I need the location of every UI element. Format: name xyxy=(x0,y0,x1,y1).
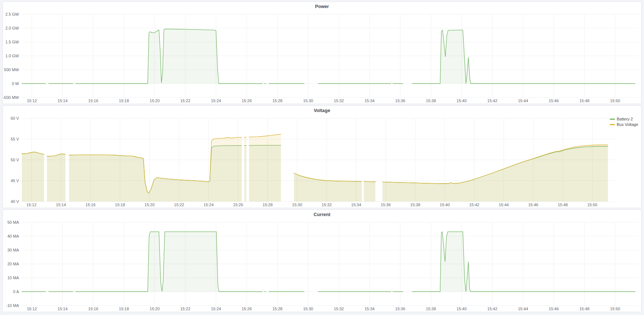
panel-current: Current 50 MA40 MA30 MA20 MA10 MA0 A-10 … xyxy=(3,210,641,312)
x-axis-tick-label: 15:22 xyxy=(174,203,184,207)
x-axis-tick-label: 15:48 xyxy=(579,307,590,311)
y-axis-tick-label: 50 MA xyxy=(7,220,19,224)
x-axis-tick-label: 15:36 xyxy=(395,307,405,311)
panel-title-voltage[interactable]: Voltage xyxy=(3,106,641,115)
series-area xyxy=(22,152,44,201)
voltage-chart[interactable]: 60 V55 V50 V45 V40 V15:1215:1415:1615:18… xyxy=(3,115,641,208)
y-axis-tick-label: 0 W xyxy=(12,81,19,86)
x-axis-tick-label: 15:28 xyxy=(263,203,273,207)
voltage-legend: Battery 2 Bus Voltage xyxy=(610,117,638,127)
panel-title-current[interactable]: Current xyxy=(3,210,641,219)
x-axis-tick-label: 15:22 xyxy=(180,99,191,103)
y-axis-tick-label: 20 MA xyxy=(7,262,19,266)
x-axis-tick-label: 15:30 xyxy=(303,99,313,103)
x-axis-tick-label: 15:46 xyxy=(528,203,538,207)
legend-label-bus-voltage: Bus Voltage xyxy=(617,122,638,127)
x-axis-tick-label: 15:24 xyxy=(211,307,221,311)
y-axis-tick-label: 10 MA xyxy=(7,276,19,280)
x-axis-tick-label: 15:50 xyxy=(610,99,620,103)
x-axis-tick-label: 15:28 xyxy=(272,307,282,311)
x-axis-tick-label: 15:40 xyxy=(457,307,467,311)
y-axis-tick-label: 45 V xyxy=(11,178,19,183)
series-area xyxy=(364,181,375,201)
x-axis-tick-label: 15:44 xyxy=(518,99,528,103)
x-axis-tick-label: 15:12 xyxy=(27,203,37,207)
x-axis-tick-label: 15:46 xyxy=(549,307,559,311)
x-axis-tick-label: 15:30 xyxy=(303,307,313,311)
x-axis-tick-label: 15:50 xyxy=(610,307,620,311)
panel-voltage: Voltage Battery 2 Bus Voltage 60 V55 V50… xyxy=(3,105,641,208)
y-axis-tick-label: 2.5 GW xyxy=(5,12,19,16)
x-axis-tick-label: 15:14 xyxy=(58,307,68,311)
panel-title-power[interactable]: Power xyxy=(3,2,641,11)
x-axis-tick-label: 15:36 xyxy=(395,99,405,103)
x-axis-tick-label: 15:30 xyxy=(292,203,303,207)
legend-item-bus-voltage[interactable]: Bus Voltage xyxy=(610,122,638,127)
x-axis-tick-label: 15:32 xyxy=(334,307,344,311)
legend-swatch-bus-voltage xyxy=(610,124,615,125)
x-axis-tick-label: 15:18 xyxy=(119,99,129,103)
series-area xyxy=(412,232,635,292)
power-chart[interactable]: 2.5 GW2.0 GW1.5 GW1.0 GW500 MW0 W-500 MW… xyxy=(3,11,641,104)
x-axis-tick-label: 15:28 xyxy=(272,99,282,103)
series-area xyxy=(47,154,66,202)
series-area xyxy=(75,29,262,84)
x-axis-tick-label: 15:18 xyxy=(119,307,129,311)
x-axis-tick-label: 15:14 xyxy=(58,99,68,103)
y-axis-tick-label: 55 V xyxy=(11,137,19,141)
x-axis-tick-label: 15:42 xyxy=(487,99,497,103)
series-area xyxy=(382,145,608,201)
x-axis-tick-label: 15:44 xyxy=(499,203,509,207)
series-area xyxy=(69,137,242,201)
series-area xyxy=(244,137,246,201)
x-axis-tick-label: 15:34 xyxy=(364,99,375,103)
x-axis-tick-label: 15:16 xyxy=(88,307,98,311)
panel-power: Power 2.5 GW2.0 GW1.5 GW1.0 GW500 MW0 W-… xyxy=(3,1,641,104)
x-axis-tick-label: 15:20 xyxy=(150,99,160,103)
y-axis-tick-label: -500 MW xyxy=(3,95,19,100)
x-axis-tick-label: 15:36 xyxy=(381,203,391,207)
x-axis-tick-label: 15:16 xyxy=(86,203,96,207)
x-axis-tick-label: 15:18 xyxy=(115,203,125,207)
x-axis-tick-label: 15:32 xyxy=(322,203,332,207)
x-axis-tick-label: 15:26 xyxy=(242,99,252,103)
y-axis-tick-label: 500 MW xyxy=(4,68,19,72)
legend-item-battery-2[interactable]: Battery 2 xyxy=(610,117,638,121)
y-axis-tick-label: -10 MA xyxy=(6,303,19,308)
y-axis-tick-label: 1.0 GW xyxy=(5,54,19,58)
x-axis-tick-label: 15:44 xyxy=(518,307,528,311)
x-axis-tick-label: 15:26 xyxy=(242,307,252,311)
y-axis-tick-label: 60 V xyxy=(11,116,19,120)
y-axis-tick-label: 0 A xyxy=(13,289,19,294)
y-axis-tick-label: 50 V xyxy=(11,158,19,162)
x-axis-tick-label: 15:40 xyxy=(457,99,467,103)
y-axis-tick-label: 40 MA xyxy=(7,234,19,238)
series-line xyxy=(364,181,375,182)
x-axis-tick-label: 15:20 xyxy=(150,307,160,311)
x-axis-tick-label: 15:24 xyxy=(204,203,214,207)
series-area xyxy=(75,232,262,292)
x-axis-tick-label: 15:24 xyxy=(211,99,221,103)
x-axis-tick-label: 15:12 xyxy=(27,307,37,311)
y-axis-tick-label: 1.5 GW xyxy=(5,40,19,44)
x-axis-tick-label: 15:48 xyxy=(579,99,590,103)
x-axis-tick-label: 15:22 xyxy=(180,307,191,311)
x-axis-tick-label: 15:48 xyxy=(558,203,568,207)
x-axis-tick-label: 15:40 xyxy=(440,203,450,207)
x-axis-tick-label: 15:16 xyxy=(88,99,98,103)
x-axis-tick-label: 15:50 xyxy=(587,203,597,207)
x-axis-tick-label: 15:32 xyxy=(334,99,344,103)
x-axis-tick-label: 15:42 xyxy=(469,203,479,207)
series-area xyxy=(249,134,281,201)
x-axis-tick-label: 15:38 xyxy=(426,99,436,103)
y-axis-tick-label: 40 V xyxy=(11,199,19,204)
legend-swatch-battery-2 xyxy=(610,119,615,120)
y-axis-tick-label: 2.0 GW xyxy=(5,26,19,30)
x-axis-tick-label: 15:34 xyxy=(351,203,362,207)
x-axis-tick-label: 15:12 xyxy=(27,99,37,103)
y-axis-tick-label: 30 MA xyxy=(7,248,19,252)
x-axis-tick-label: 15:20 xyxy=(145,203,155,207)
x-axis-tick-label: 15:34 xyxy=(364,307,375,311)
x-axis-tick-label: 15:42 xyxy=(487,307,497,311)
current-chart[interactable]: 50 MA40 MA30 MA20 MA10 MA0 A-10 MA15:121… xyxy=(3,219,641,312)
